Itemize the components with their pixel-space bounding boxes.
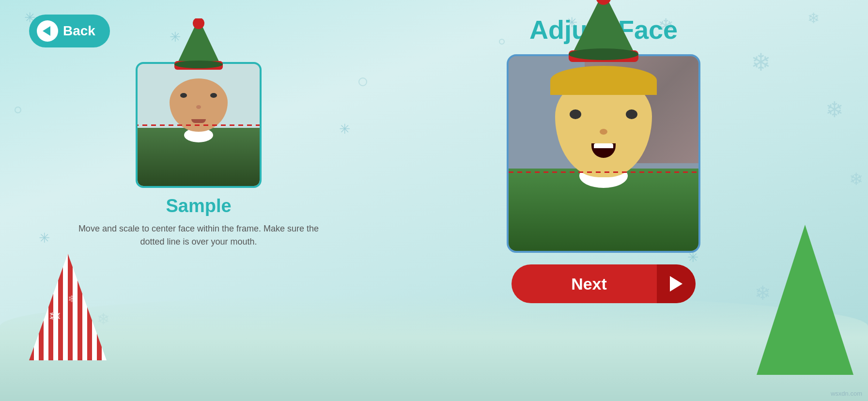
next-button[interactable]: Next bbox=[512, 264, 696, 303]
dashed-line-photo bbox=[509, 171, 698, 173]
back-button[interactable]: Back bbox=[29, 15, 110, 47]
back-label: Back bbox=[63, 23, 95, 39]
child-mouth bbox=[591, 143, 616, 158]
child-nose bbox=[600, 129, 607, 135]
elf-body-right bbox=[509, 169, 698, 251]
elf-body-left bbox=[138, 128, 260, 186]
back-arrow-icon bbox=[43, 26, 50, 36]
mouth-line-left bbox=[136, 118, 262, 132]
next-arrow-icon bbox=[670, 276, 682, 292]
instruction-text: Move and scale to center face within the… bbox=[73, 222, 325, 248]
nose bbox=[196, 105, 201, 109]
eye-left bbox=[180, 93, 187, 98]
mouth-line-right bbox=[509, 165, 698, 179]
svg-point-11 bbox=[174, 61, 223, 68]
right-panel: Adjust Face bbox=[368, 10, 839, 303]
photo-inner bbox=[509, 56, 698, 251]
svg-point-15 bbox=[569, 48, 638, 60]
main-content: Back bbox=[0, 0, 868, 401]
watermark: wsxdn.com bbox=[831, 390, 862, 397]
next-label: Next bbox=[512, 275, 657, 293]
sample-label: Sample bbox=[166, 196, 231, 216]
svg-marker-12 bbox=[572, 0, 635, 54]
sample-frame bbox=[136, 62, 262, 188]
back-arrow-circle bbox=[37, 20, 58, 42]
elf-hat-right bbox=[560, 0, 647, 69]
left-panel: Back bbox=[29, 10, 368, 248]
child-eye-left bbox=[570, 109, 581, 119]
hair bbox=[550, 66, 657, 95]
eye-right bbox=[210, 93, 217, 98]
elf-hat-left bbox=[167, 18, 230, 77]
photo-frame[interactable] bbox=[507, 54, 700, 253]
next-arrow-box bbox=[657, 264, 696, 303]
child-eye-right bbox=[626, 109, 637, 119]
sample-container bbox=[136, 62, 262, 188]
dashed-line bbox=[136, 124, 262, 126]
teeth bbox=[594, 143, 613, 148]
photo-section bbox=[507, 54, 700, 253]
